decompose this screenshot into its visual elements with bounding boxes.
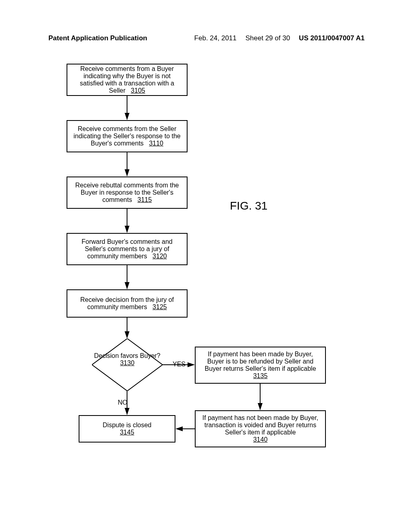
step-3125: Receive decision from the jury of commun… xyxy=(67,289,188,318)
step-text: Dispute is closed xyxy=(103,422,152,428)
step-3140: If payment has not been made by Buyer, t… xyxy=(195,410,326,447)
decision-no-label: NO xyxy=(118,399,127,406)
step-ref: 3135 xyxy=(253,372,268,379)
step-text: If payment has not been made by Buyer, t… xyxy=(202,414,318,436)
step-3115: Receive rebuttal comments from the Buyer… xyxy=(67,177,188,209)
step-ref: 3120 xyxy=(152,253,167,260)
step-ref: 3105 xyxy=(131,87,145,94)
step-3120: Forward Buyer's comments and Seller's co… xyxy=(67,233,188,265)
step-ref: 3145 xyxy=(120,429,134,436)
document-number: US 2011/0047007 A1 xyxy=(299,34,365,42)
step-3135: If payment has been made by Buyer, Buyer… xyxy=(195,347,326,384)
publication-date: Feb. 24, 2011 xyxy=(194,34,237,42)
step-ref: 3115 xyxy=(138,196,152,203)
step-3145: Dispute is closed 3145 xyxy=(79,415,175,443)
decision-ref: 3130 xyxy=(92,360,163,367)
step-text: If payment has been made by Buyer, Buyer… xyxy=(204,351,316,372)
decision-3130: Decision favors Buyer? 3130 xyxy=(92,339,163,391)
sheet-number: Sheet 29 of 30 xyxy=(246,34,290,42)
step-3110: Receive comments from the Seller indicat… xyxy=(67,120,188,152)
step-text: Receive rebuttal comments from the Buyer… xyxy=(75,182,179,203)
step-text: Receive comments from the Seller indicat… xyxy=(73,125,180,147)
decision-text: Decision favors Buyer? xyxy=(92,352,163,360)
page-header: Patent Application Publication Feb. 24, … xyxy=(0,34,413,42)
decision-yes-label: YES xyxy=(173,361,186,368)
step-ref: 3125 xyxy=(152,303,167,310)
figure-label: FIG. 31 xyxy=(230,200,267,212)
publication-label: Patent Application Publication xyxy=(48,34,147,42)
step-ref: 3140 xyxy=(253,436,268,443)
flow-arrows xyxy=(0,0,413,532)
step-text: Receive comments from a Buyer indicating… xyxy=(80,65,174,94)
step-ref: 3110 xyxy=(149,140,163,147)
step-3105: Receive comments from a Buyer indicating… xyxy=(67,64,188,96)
